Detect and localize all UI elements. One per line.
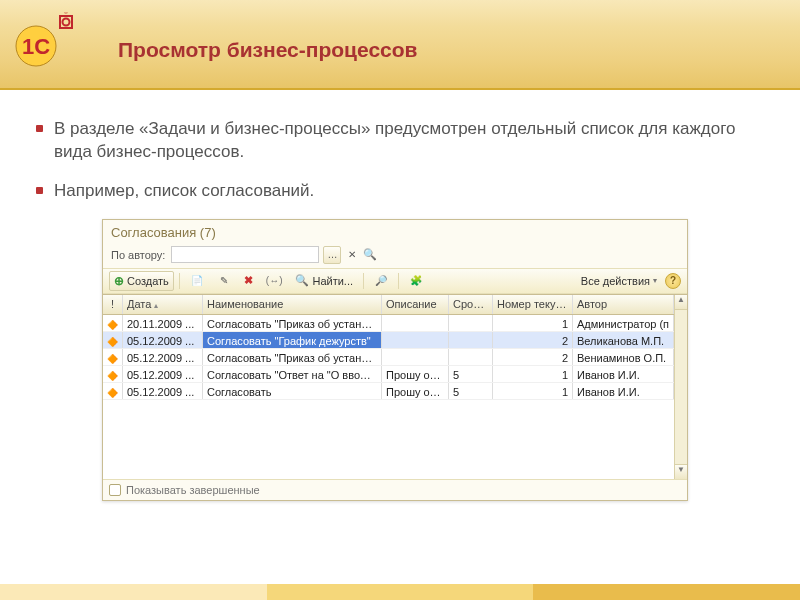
grid-header: ! Дата ▴ Наименование Описание Срок ... …	[103, 295, 674, 315]
col-desc[interactable]: Описание	[382, 295, 449, 314]
table-row[interactable]: 🔶20.11.2009 ...Согласовать "Приказ об ус…	[103, 315, 674, 332]
row-icon: 🔶	[107, 354, 118, 364]
plus-icon: ⊕	[114, 274, 124, 288]
create-label: Создать	[127, 275, 169, 287]
edit-button[interactable]: 📄	[185, 271, 209, 291]
bullet-2: Например, список согласований.	[36, 180, 764, 203]
col-flag[interactable]: !	[103, 295, 123, 314]
row-icon: 🔶	[107, 388, 118, 398]
filter-row: По автору: … ✕ 🔍	[103, 243, 687, 268]
grid: ! Дата ▴ Наименование Описание Срок ... …	[103, 294, 687, 479]
table-row[interactable]: 🔶05.12.2009 ...СогласоватьПрошу озна...5…	[103, 383, 674, 400]
slide-body: В разделе «Задачи и бизнес-процессы» пре…	[0, 90, 800, 501]
edit-icon: 📄	[190, 274, 204, 288]
filter-label: По автору:	[111, 249, 165, 261]
window-footer: Показывать завершенные	[103, 479, 687, 500]
create-button[interactable]: ⊕ Создать	[109, 271, 174, 291]
slide-title: Просмотр бизнес-процессов	[118, 38, 418, 62]
col-author[interactable]: Автор	[573, 295, 674, 314]
delete-button[interactable]: ✖	[239, 271, 258, 291]
toolbar: ⊕ Создать 📄 ✎ ✖ (↔) 🔍 Найти... 🔎 🧩 Все д…	[103, 268, 687, 294]
help-button[interactable]: ?	[665, 273, 681, 289]
magnifier-icon: 🔍	[295, 274, 309, 287]
clear-search-icon: 🔎	[374, 274, 388, 288]
col-name[interactable]: Наименование	[203, 295, 382, 314]
table-row[interactable]: 🔶05.12.2009 ...Согласовать "График дежур…	[103, 332, 674, 349]
all-actions-label: Все действия	[581, 275, 650, 287]
nav-button[interactable]: (↔)	[261, 271, 288, 291]
find-button[interactable]: 🔍 Найти...	[290, 271, 358, 291]
row-icon: 🔶	[107, 371, 118, 381]
delete-icon: ✖	[244, 274, 253, 287]
svg-text:1C: 1C	[22, 34, 50, 59]
scroll-up-icon[interactable]: ▲	[675, 295, 687, 310]
table-row[interactable]: 🔶05.12.2009 ...Согласовать "Приказ об ус…	[103, 349, 674, 366]
filter-clear-icon[interactable]: ✕	[345, 248, 359, 262]
table-row[interactable]: 🔶05.12.2009 ...Согласовать "Ответ на "О …	[103, 366, 674, 383]
arrows-icon: (↔)	[266, 275, 283, 286]
grid-body[interactable]: 🔶20.11.2009 ...Согласовать "Приказ об ус…	[103, 315, 674, 479]
filter-search-icon[interactable]: 🔍	[363, 248, 377, 262]
show-completed-label: Показывать завершенные	[126, 484, 260, 496]
vertical-scrollbar[interactable]: ▲ ▼	[674, 295, 687, 479]
svg-text:®: ®	[64, 12, 69, 15]
find-label: Найти...	[312, 275, 353, 287]
all-actions-button[interactable]: Все действия ▾	[576, 271, 662, 291]
bullet-1: В разделе «Задачи и бизнес-процессы» пре…	[36, 118, 764, 164]
process-button[interactable]: 🧩	[404, 271, 428, 291]
logo-1c: 1C ®	[12, 12, 76, 72]
app-window: Согласования (7) По автору: … ✕ 🔍 ⊕ Созд…	[102, 219, 688, 501]
window-title: Согласования (7)	[103, 220, 687, 243]
sort-asc-icon: ▴	[154, 301, 158, 310]
col-date[interactable]: Дата ▴	[123, 295, 203, 314]
slide-footer-stripe	[0, 584, 800, 600]
scroll-down-icon[interactable]: ▼	[675, 464, 687, 479]
row-icon: 🔶	[107, 320, 118, 330]
show-completed-checkbox[interactable]	[109, 484, 121, 496]
row-icon: 🔶	[107, 337, 118, 347]
col-term[interactable]: Срок ...	[449, 295, 493, 314]
chevron-down-icon: ▾	[653, 276, 657, 285]
clear-search-button[interactable]: 🔎	[369, 271, 393, 291]
svg-point-3	[63, 19, 70, 26]
slide-header: 1C ® Просмотр бизнес-процессов	[0, 0, 800, 90]
col-num[interactable]: Номер текущей ...	[493, 295, 573, 314]
filter-author-input[interactable]	[171, 246, 319, 263]
filter-select-button[interactable]: …	[323, 246, 341, 264]
pencil-icon: ✎	[217, 274, 231, 288]
process-icon: 🧩	[409, 274, 423, 288]
refresh-button[interactable]: ✎	[212, 271, 236, 291]
